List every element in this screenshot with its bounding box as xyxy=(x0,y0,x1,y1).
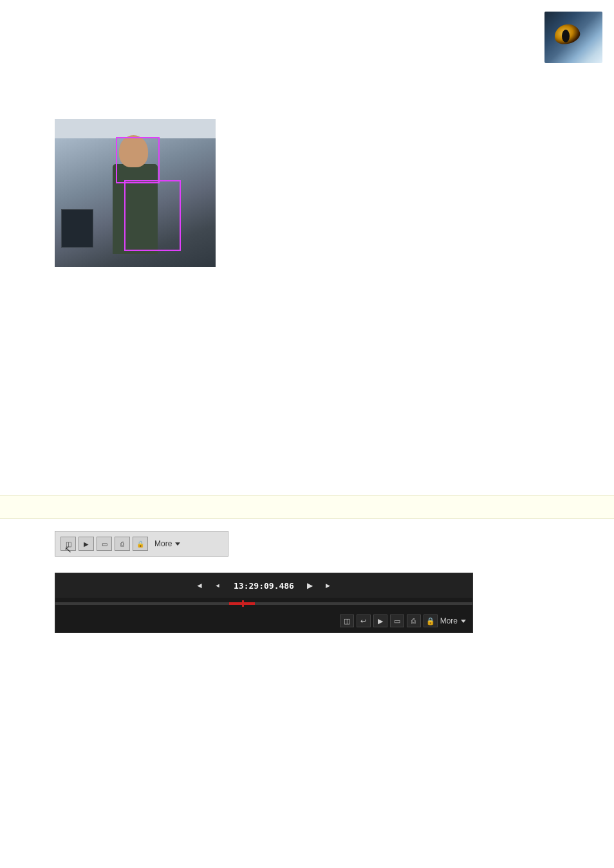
prev-frame-button[interactable]: ◄ xyxy=(210,578,225,593)
prev-frame-icon: ◄ xyxy=(215,582,221,589)
save-icon: ▭ xyxy=(102,540,107,548)
step-back-button[interactable]: ◄ xyxy=(192,578,207,593)
toolbar-more-button[interactable]: More xyxy=(151,538,184,549)
video-timestamp: 13:29:09.486 xyxy=(228,581,299,591)
vc-camera-icon: ◫ xyxy=(344,617,350,625)
vc-play-button[interactable]: ▶ xyxy=(373,614,387,627)
toolbar-play-button[interactable]: ▶ xyxy=(79,537,94,551)
toolbar-light: ◫ ▶ ▭ ⎙ 🔒 More ↖ xyxy=(55,531,228,557)
vc-play-icon: ▶ xyxy=(378,617,383,625)
vc-save-button[interactable]: ▭ xyxy=(390,614,404,627)
toolbar-save-button[interactable]: ▭ xyxy=(97,537,112,551)
vc-more-button[interactable]: More xyxy=(440,616,466,625)
toolbar-lock-button[interactable]: 🔒 xyxy=(133,537,148,551)
vc-chevron-icon xyxy=(461,620,466,623)
vc-save-icon: ▭ xyxy=(394,617,400,625)
vc-return-button[interactable]: ↩ xyxy=(357,614,371,627)
vc-return-icon: ↩ xyxy=(360,617,366,625)
camera-frame xyxy=(55,119,216,267)
toolbar-more-label: More xyxy=(154,539,172,548)
vc-print-icon: ⎙ xyxy=(411,617,416,625)
toolbar-chevron-icon xyxy=(175,542,180,546)
lock-icon: 🔒 xyxy=(136,540,144,548)
toolbar-print-button[interactable]: ⎙ xyxy=(115,537,130,551)
play-button[interactable]: ▶ xyxy=(303,578,317,593)
vc-lock-icon: 🔒 xyxy=(426,617,435,625)
track-marker xyxy=(242,600,244,607)
next-frame-icon: ▶ xyxy=(326,582,330,589)
next-frame-button[interactable]: ▶ xyxy=(321,578,335,593)
body-detection-box xyxy=(124,180,181,251)
print-icon: ⎙ xyxy=(120,540,124,548)
track-background xyxy=(55,602,472,605)
video-scrubber[interactable] xyxy=(55,598,472,609)
logo-image xyxy=(544,12,602,63)
vc-lock-button[interactable]: 🔒 xyxy=(423,614,438,627)
step-back-icon: ◄ xyxy=(196,581,203,590)
play-icon: ▶ xyxy=(84,540,89,548)
video-playback-bar: ◄ ◄ 13:29:09.486 ▶ ▶ xyxy=(55,573,472,598)
video-action-bar: ◫ ↩ ▶ ▭ ⎙ 🔒 More xyxy=(55,609,472,633)
info-bar xyxy=(0,495,614,519)
head-detection-box xyxy=(116,137,160,183)
play-icon: ▶ xyxy=(307,581,313,590)
logo xyxy=(544,12,602,63)
detection-image-container xyxy=(55,119,216,267)
vc-more-label: More xyxy=(440,616,458,625)
video-controls: ◄ ◄ 13:29:09.486 ▶ ▶ ◫ ↩ ▶ ▭ ⎙ xyxy=(55,573,473,633)
vc-camera-button[interactable]: ◫ xyxy=(340,614,354,627)
cursor-indicator: ↖ xyxy=(64,544,72,555)
vc-print-button[interactable]: ⎙ xyxy=(407,614,421,627)
